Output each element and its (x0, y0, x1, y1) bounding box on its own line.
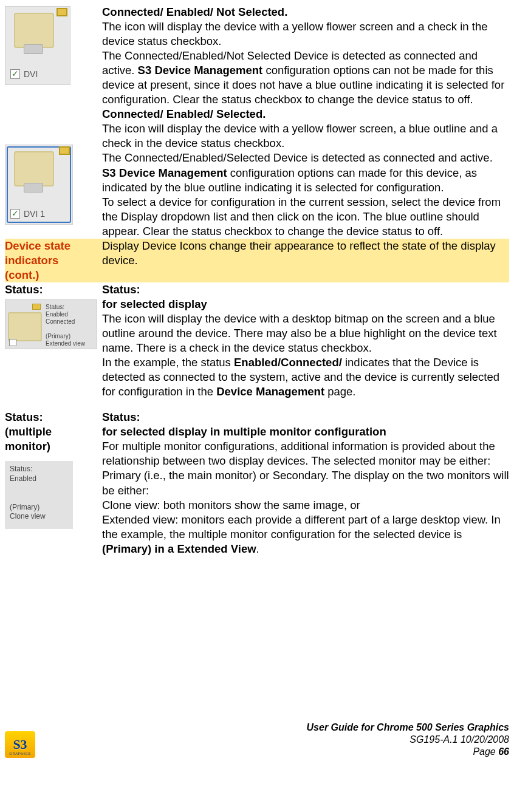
checkbox-icon (9, 339, 16, 346)
para: The icon will display the device with a … (102, 19, 509, 49)
device-icon-not-selected: DVI (5, 6, 70, 85)
connector-badge-icon (57, 8, 67, 16)
para: Clone view: both monitors show the same … (102, 498, 509, 513)
connector-badge-icon (32, 304, 41, 310)
connector-badge-icon (59, 146, 70, 155)
heading-not-selected: Connected/ Enabled/ Not Selected. (102, 5, 509, 19)
section-title-cont: (cont.) (5, 268, 97, 282)
row-connected-states: DVI DVI 1 Connected/ Enabled/ Not Select… (5, 5, 509, 239)
term-device-management: Device Management (216, 385, 324, 398)
footer-title: User Guide for Chrome 500 Series Graphic… (307, 722, 509, 734)
footer-docinfo: SG195-A.1 10/20/2008 (307, 734, 509, 746)
term-s3-device-management: S3 Device Management (138, 64, 263, 77)
para: In the example, the status Enabled/Conne… (102, 355, 509, 399)
checkbox-checked-icon (10, 69, 20, 79)
section-header-device-state: Device state indicators (cont.) Display … (5, 239, 509, 282)
device-label: DVI (24, 69, 38, 80)
para: To select a device for configuration in … (102, 195, 509, 239)
section-title: Device state indicators (5, 239, 97, 268)
subheading: for selected display in multiple monitor… (102, 425, 509, 439)
device-checkbox-row: DVI 1 (10, 208, 45, 219)
heading-status: Status: (102, 410, 509, 425)
term-s3-device-management: S3 Device Management (102, 166, 227, 179)
term-enabled-connected: Enabled/Connected/ (234, 356, 342, 369)
heading-status: Status: (102, 282, 509, 297)
left-label-status: Status: (5, 282, 97, 297)
s3-graphics-logo: S3 GRAPHICS (5, 731, 35, 758)
page-footer: S3 GRAPHICS User Guide for Chrome 500 Se… (5, 722, 509, 758)
footer-page-number: 66 (498, 746, 509, 757)
monitor-base-icon (24, 44, 43, 54)
monitor-icon (8, 312, 42, 341)
device-label: DVI 1 (24, 208, 45, 219)
monitor-icon (14, 151, 54, 186)
left-label-status: Status: (5, 410, 97, 425)
row-status-selected: Status: Status: Enabled Connected (Prima… (5, 282, 509, 399)
heading-selected: Connected/ Enabled/ Selected. (102, 107, 509, 121)
device-icon-selected: DVI 1 (5, 145, 73, 225)
subheading: for selected display (102, 297, 509, 312)
row-status-multimonitor: Status: (multiple monitor) Status: Enabl… (5, 410, 509, 556)
logo-subtext: GRAPHICS (9, 752, 30, 757)
para: The icon will display the device with a … (102, 121, 509, 151)
footer-page-label: Page (473, 746, 498, 757)
term-primary-extended: (Primary) in a Extended View (102, 542, 256, 555)
para: Extended view: monitors each provide a d… (102, 513, 509, 556)
para: The Connected/Enabled/Selected Device is… (102, 151, 509, 194)
monitor-base-icon (24, 183, 43, 193)
status-thumbnail-text: Status: Enabled Connected (Primary) Exte… (46, 304, 85, 347)
logo-text: S3 (13, 736, 27, 754)
checkbox-checked-icon (10, 209, 20, 219)
status-thumbnail: Status: Enabled Connected (Primary) Exte… (5, 299, 97, 349)
para: For multiple monitor configurations, add… (102, 439, 509, 497)
section-desc: Display Device Icons change their appear… (102, 239, 509, 268)
device-checkbox-row: DVI (10, 69, 38, 80)
monitor-icon (14, 13, 54, 48)
left-label-sub: (multiple monitor) (5, 425, 97, 454)
para: The icon will display the device with a … (102, 312, 509, 355)
para: The Connected/Enabled/Not Selected Devic… (102, 49, 509, 107)
status-thumbnail: Status: Enabled (Primary) Clone view (5, 461, 73, 529)
